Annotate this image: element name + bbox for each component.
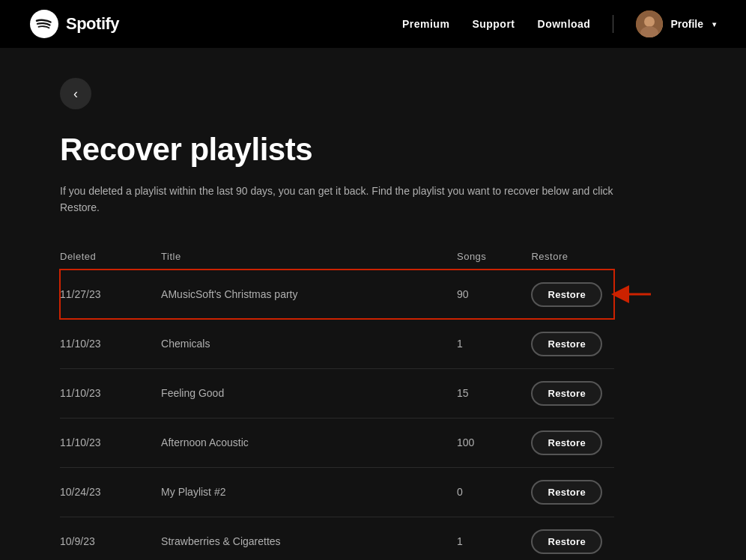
- page-description: If you deleted a playlist within the las…: [60, 183, 614, 216]
- cell-songs: 1: [445, 517, 519, 560]
- nav-support[interactable]: Support: [472, 18, 515, 30]
- cell-restore: Restore: [519, 517, 614, 560]
- restore-button[interactable]: Restore: [531, 529, 602, 554]
- svg-point-2: [644, 16, 655, 27]
- table-header: Deleted Title Songs Restore: [60, 243, 614, 270]
- cell-title: My Playlist #2: [149, 467, 445, 517]
- page-title: Recover playlists: [60, 132, 614, 168]
- table-body: 11/27/23AMusicSoft's Christmas party90Re…: [60, 270, 614, 560]
- avatar-image: [636, 10, 663, 37]
- cell-deleted: 11/10/23: [60, 368, 149, 418]
- restore-button[interactable]: Restore: [531, 282, 602, 307]
- cell-deleted: 11/10/23: [60, 418, 149, 467]
- col-header-songs: Songs: [445, 243, 519, 270]
- cell-deleted: 11/10/23: [60, 319, 149, 368]
- table-row: 11/27/23AMusicSoft's Christmas party90Re…: [60, 270, 614, 319]
- table-row: 11/10/23Feeling Good15Restore: [60, 368, 614, 418]
- main-content: ‹ Recover playlists If you deleted a pla…: [0, 48, 674, 560]
- cell-title: Chemicals: [149, 319, 445, 368]
- cell-restore: Restore: [519, 368, 614, 418]
- table-row: 11/10/23Afternoon Acoustic100Restore: [60, 418, 614, 467]
- restore-button[interactable]: Restore: [531, 480, 602, 505]
- cell-title: Afternoon Acoustic: [149, 418, 445, 467]
- back-button[interactable]: ‹: [60, 78, 91, 109]
- cell-songs: 100: [445, 418, 519, 467]
- cell-songs: 0: [445, 467, 519, 517]
- nav-premium[interactable]: Premium: [402, 18, 449, 30]
- cell-restore: Restore: [519, 270, 614, 319]
- cell-restore: Restore: [519, 418, 614, 467]
- spotify-logo-icon: [30, 10, 58, 38]
- cell-title: Feeling Good: [149, 368, 445, 418]
- site-header: Spotify Premium Support Download Profile…: [0, 0, 746, 48]
- restore-button[interactable]: Restore: [531, 381, 602, 406]
- chevron-down-icon: ▾: [712, 20, 716, 28]
- cell-songs: 1: [445, 319, 519, 368]
- main-nav: Premium Support Download Profile ▾: [402, 10, 716, 37]
- cell-restore: Restore: [519, 467, 614, 517]
- cell-deleted: 10/24/23: [60, 467, 149, 517]
- nav-download[interactable]: Download: [538, 18, 591, 30]
- cell-songs: 90: [445, 270, 519, 319]
- profile-label: Profile: [670, 18, 703, 30]
- avatar: [636, 10, 663, 37]
- restore-button[interactable]: Restore: [531, 430, 602, 455]
- table-row: 10/9/23Strawberries & Cigarettes1Restore: [60, 517, 614, 560]
- back-icon: ‹: [73, 86, 78, 102]
- cell-songs: 15: [445, 368, 519, 418]
- col-header-restore: Restore: [519, 243, 614, 270]
- cell-deleted: 10/9/23: [60, 517, 149, 560]
- cell-deleted: 11/27/23: [60, 270, 149, 319]
- spotify-logo-link[interactable]: Spotify: [30, 10, 119, 38]
- spotify-wordmark: Spotify: [66, 14, 119, 34]
- cell-title: Strawberries & Cigarettes: [149, 517, 445, 560]
- cell-restore: Restore: [519, 319, 614, 368]
- table-row: 10/24/23My Playlist #20Restore: [60, 467, 614, 517]
- profile-button[interactable]: Profile ▾: [636, 10, 716, 37]
- table-header-row: Deleted Title Songs Restore: [60, 243, 614, 270]
- cell-title: AMusicSoft's Christmas party: [149, 270, 445, 319]
- restore-button[interactable]: Restore: [531, 332, 602, 356]
- table-row: 11/10/23Chemicals1Restore: [60, 319, 614, 368]
- playlists-table: Deleted Title Songs Restore 11/27/23AMus…: [60, 243, 614, 560]
- nav-divider: [613, 15, 613, 33]
- col-header-title: Title: [149, 243, 445, 270]
- col-header-deleted: Deleted: [60, 243, 149, 270]
